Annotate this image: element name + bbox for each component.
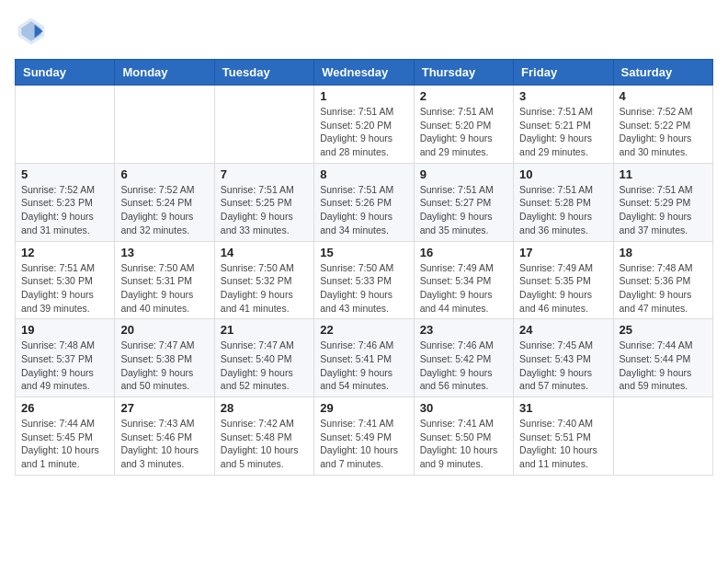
daylight-label: Daylight: 9 hours and 41 minutes.	[221, 289, 293, 314]
sunset-label: Sunset: 5:46 PM	[120, 431, 192, 442]
cell-date: 21	[221, 323, 308, 337]
cell-info: Sunrise: 7:50 AMSunset: 5:32 PMDaylight:…	[221, 261, 308, 316]
cell-date: 17	[519, 246, 607, 259]
daylight-label: Daylight: 9 hours and 54 minutes.	[320, 367, 392, 392]
cell-info: Sunrise: 7:40 AMSunset: 5:51 PMDaylight:…	[519, 417, 607, 471]
cell-date: 14	[221, 246, 308, 259]
sunset-label: Sunset: 5:50 PM	[420, 431, 492, 442]
sunrise-label: Sunrise: 7:44 AM	[620, 339, 693, 350]
sunrise-label: Sunrise: 7:40 AM	[519, 418, 593, 429]
sunrise-label: Sunrise: 7:50 AM	[120, 262, 194, 273]
cell-info: Sunrise: 7:49 AMSunset: 5:34 PMDaylight:…	[420, 261, 507, 316]
cell-info: Sunrise: 7:43 AMSunset: 5:46 PMDaylight:…	[120, 417, 208, 471]
daylight-label: Daylight: 9 hours and 35 minutes.	[420, 211, 493, 236]
daylight-label: Daylight: 10 hours and 9 minutes.	[420, 444, 498, 469]
cell-info: Sunrise: 7:51 AMSunset: 5:27 PMDaylight:…	[420, 183, 507, 237]
cell-info: Sunrise: 7:51 AMSunset: 5:20 PMDaylight:…	[420, 105, 507, 159]
weekday-header-tuesday: Tuesday	[214, 60, 313, 86]
sunrise-label: Sunrise: 7:51 AM	[420, 106, 494, 117]
daylight-label: Daylight: 9 hours and 32 minutes.	[120, 211, 193, 236]
daylight-label: Daylight: 9 hours and 59 minutes.	[620, 367, 692, 392]
sunset-label: Sunset: 5:43 PM	[519, 353, 591, 364]
cell-info: Sunrise: 7:48 AMSunset: 5:36 PMDaylight:…	[620, 261, 707, 316]
cell-info: Sunrise: 7:52 AMSunset: 5:23 PMDaylight:…	[21, 183, 108, 237]
sunrise-label: Sunrise: 7:41 AM	[320, 418, 393, 429]
cell-info: Sunrise: 7:45 AMSunset: 5:43 PMDaylight:…	[519, 339, 607, 393]
cell-info: Sunrise: 7:52 AMSunset: 5:22 PMDaylight:…	[620, 105, 707, 159]
cell-date: 20	[120, 323, 208, 337]
page-header	[15, 15, 713, 48]
sunrise-label: Sunrise: 7:49 AM	[420, 262, 494, 273]
cell-date: 19	[21, 323, 108, 337]
daylight-label: Daylight: 9 hours and 50 minutes.	[120, 367, 193, 392]
sunrise-label: Sunrise: 7:51 AM	[320, 184, 393, 195]
sunrise-label: Sunrise: 7:47 AM	[120, 339, 194, 350]
calendar-cell: 23Sunrise: 7:46 AMSunset: 5:42 PMDayligh…	[414, 319, 513, 397]
daylight-label: Daylight: 9 hours and 46 minutes.	[519, 289, 592, 314]
sunset-label: Sunset: 5:41 PM	[320, 353, 392, 364]
daylight-label: Daylight: 10 hours and 5 minutes.	[221, 444, 299, 469]
daylight-label: Daylight: 10 hours and 7 minutes.	[320, 444, 398, 469]
sunset-label: Sunset: 5:36 PM	[620, 275, 691, 286]
sunrise-label: Sunrise: 7:51 AM	[21, 262, 95, 273]
cell-date: 11	[620, 167, 707, 181]
sunrise-label: Sunrise: 7:45 AM	[519, 339, 593, 350]
cell-date: 10	[519, 167, 607, 181]
cell-date: 6	[120, 167, 208, 181]
sunrise-label: Sunrise: 7:51 AM	[620, 184, 693, 195]
sunrise-label: Sunrise: 7:46 AM	[420, 339, 494, 350]
daylight-label: Daylight: 9 hours and 39 minutes.	[21, 289, 94, 314]
logo-icon	[15, 15, 48, 48]
cell-date: 22	[320, 323, 407, 337]
week-row-3: 12Sunrise: 7:51 AMSunset: 5:30 PMDayligh…	[16, 241, 713, 319]
cell-info: Sunrise: 7:52 AMSunset: 5:24 PMDaylight:…	[120, 183, 208, 237]
calendar-cell: 26Sunrise: 7:44 AMSunset: 5:45 PMDayligh…	[16, 397, 115, 476]
daylight-label: Daylight: 10 hours and 1 minute.	[21, 444, 99, 469]
daylight-label: Daylight: 10 hours and 11 minutes.	[519, 444, 597, 469]
sunset-label: Sunset: 5:45 PM	[21, 431, 93, 442]
sunset-label: Sunset: 5:37 PM	[21, 353, 93, 364]
calendar-cell: 21Sunrise: 7:47 AMSunset: 5:40 PMDayligh…	[214, 319, 313, 397]
calendar-cell: 17Sunrise: 7:49 AMSunset: 5:35 PMDayligh…	[514, 241, 613, 319]
daylight-label: Daylight: 9 hours and 52 minutes.	[221, 367, 293, 392]
sunrise-label: Sunrise: 7:46 AM	[320, 339, 393, 350]
daylight-label: Daylight: 9 hours and 37 minutes.	[620, 211, 692, 236]
cell-date: 9	[420, 167, 507, 181]
cell-date: 7	[221, 167, 308, 181]
cell-info: Sunrise: 7:51 AMSunset: 5:29 PMDaylight:…	[620, 183, 707, 237]
daylight-label: Daylight: 9 hours and 29 minutes.	[519, 132, 592, 157]
cell-info: Sunrise: 7:51 AMSunset: 5:25 PMDaylight:…	[221, 183, 308, 237]
sunset-label: Sunset: 5:25 PM	[221, 197, 292, 208]
calendar-cell	[115, 86, 214, 164]
cell-date: 27	[120, 401, 208, 415]
calendar-cell: 9Sunrise: 7:51 AMSunset: 5:27 PMDaylight…	[414, 163, 513, 241]
calendar-cell: 2Sunrise: 7:51 AMSunset: 5:20 PMDaylight…	[414, 86, 513, 164]
sunset-label: Sunset: 5:20 PM	[320, 120, 392, 131]
sunrise-label: Sunrise: 7:52 AM	[21, 184, 95, 195]
sunset-label: Sunset: 5:21 PM	[519, 120, 591, 131]
sunrise-label: Sunrise: 7:52 AM	[120, 184, 194, 195]
daylight-label: Daylight: 9 hours and 33 minutes.	[221, 211, 293, 236]
calendar-cell: 8Sunrise: 7:51 AMSunset: 5:26 PMDaylight…	[314, 163, 414, 241]
weekday-header-row: SundayMondayTuesdayWednesdayThursdayFrid…	[16, 60, 713, 86]
sunset-label: Sunset: 5:51 PM	[519, 431, 591, 442]
daylight-label: Daylight: 9 hours and 34 minutes.	[320, 211, 392, 236]
sunset-label: Sunset: 5:22 PM	[620, 120, 691, 131]
cell-info: Sunrise: 7:51 AMSunset: 5:26 PMDaylight:…	[320, 183, 407, 237]
sunrise-label: Sunrise: 7:51 AM	[519, 184, 593, 195]
sunset-label: Sunset: 5:32 PM	[221, 275, 292, 286]
calendar-cell: 4Sunrise: 7:52 AMSunset: 5:22 PMDaylight…	[613, 86, 712, 164]
sunset-label: Sunset: 5:34 PM	[420, 275, 492, 286]
sunrise-label: Sunrise: 7:51 AM	[519, 106, 593, 117]
cell-info: Sunrise: 7:47 AMSunset: 5:38 PMDaylight:…	[120, 339, 208, 393]
daylight-label: Daylight: 9 hours and 36 minutes.	[519, 211, 592, 236]
calendar-cell: 22Sunrise: 7:46 AMSunset: 5:41 PMDayligh…	[314, 319, 414, 397]
logo	[15, 15, 51, 48]
sunrise-label: Sunrise: 7:44 AM	[21, 418, 95, 429]
sunrise-label: Sunrise: 7:51 AM	[420, 184, 494, 195]
calendar-cell: 1Sunrise: 7:51 AMSunset: 5:20 PMDaylight…	[314, 86, 414, 164]
sunrise-label: Sunrise: 7:49 AM	[519, 262, 593, 273]
sunset-label: Sunset: 5:28 PM	[519, 197, 591, 208]
cell-date: 8	[320, 167, 407, 181]
calendar-cell	[613, 397, 712, 476]
